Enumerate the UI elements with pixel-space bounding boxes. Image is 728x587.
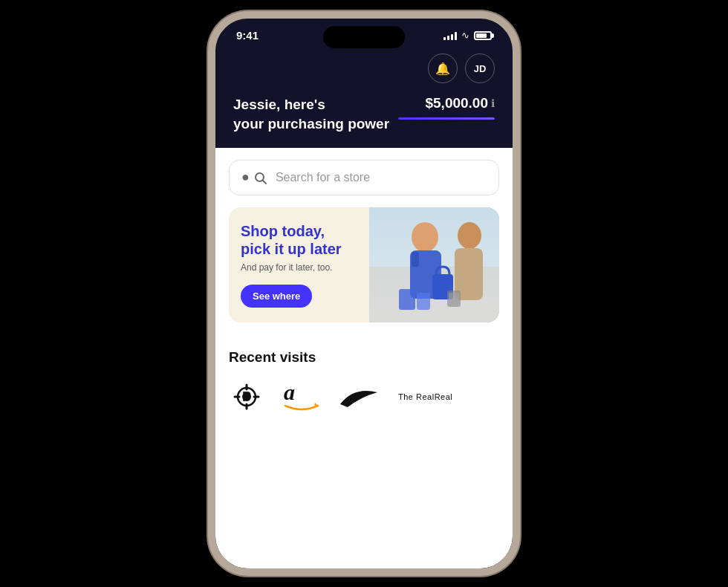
battery-fill (476, 33, 487, 38)
svg-rect-10 (399, 289, 415, 310)
recent-visits-section: Recent visits (215, 334, 513, 568)
promo-headline-line2: pick it up later (241, 241, 342, 257)
status-bar: 9:41 ∿ (215, 19, 513, 48)
amazon-icon: a (282, 380, 321, 413)
promo-headline-line1: Shop today, (241, 223, 325, 239)
search-section: ● Search for a store (215, 148, 513, 207)
header-section: 🔔 JD Jessie, here's your purchasing powe… (215, 48, 513, 148)
greeting-line2: your purchasing power (233, 114, 389, 134)
nike-icon (339, 383, 380, 410)
header-top-row: 🔔 JD (233, 53, 495, 83)
store-logo-amazon[interactable]: a (282, 380, 321, 413)
avatar-button[interactable]: JD (465, 53, 495, 83)
search-placeholder: Search for a store (276, 171, 370, 184)
promo-section: Shop today, pick it up later And pay for… (215, 207, 513, 334)
promo-banner: Shop today, pick it up later And pay for… (229, 207, 499, 322)
amount-text: $5,000.00 (425, 95, 488, 111)
svg-rect-11 (417, 293, 430, 310)
store-logo-peloton[interactable]: P (229, 379, 264, 415)
avatar-initials: JD (474, 63, 487, 74)
phone-device: 9:41 ∿ (208, 11, 520, 576)
promo-illustration (369, 207, 499, 322)
svg-text:a: a (284, 380, 295, 404)
peloton-icon: P (229, 379, 264, 415)
wifi-icon: ∿ (461, 30, 469, 41)
status-time: 9:41 (236, 29, 259, 42)
store-logo-nike[interactable] (339, 383, 380, 410)
progress-fill (398, 117, 495, 120)
svg-line-1 (262, 180, 266, 184)
dynamic-island (323, 26, 405, 48)
promo-subtext: And pay for it later, too. (241, 262, 357, 273)
signal-bars-icon (443, 31, 457, 40)
info-icon[interactable]: ℹ (491, 97, 495, 109)
greeting-line1: Jessie, here's (233, 95, 389, 114)
progress-bar (398, 117, 495, 120)
promo-image-inner (369, 207, 499, 322)
power-amount: $5,000.00 ℹ (425, 95, 495, 111)
svg-rect-13 (449, 293, 459, 302)
battery-icon (474, 31, 492, 40)
therealreal-text: The RealReal (398, 392, 452, 401)
phone-frame: 9:41 ∿ (208, 11, 520, 576)
store-logos-row: P a (229, 379, 499, 415)
bell-icon: 🔔 (435, 62, 450, 76)
promo-headline: Shop today, pick it up later (241, 222, 357, 258)
recent-visits-title: Recent visits (229, 349, 499, 366)
status-icons: ∿ (443, 30, 492, 41)
svg-rect-6 (412, 252, 419, 267)
svg-text:P: P (242, 389, 251, 404)
promo-image (369, 207, 499, 322)
see-where-button[interactable]: See where (241, 285, 312, 308)
search-bar[interactable]: ● Search for a store (229, 160, 499, 195)
store-logo-therealreal[interactable]: The RealReal (398, 392, 452, 401)
svg-point-7 (458, 222, 481, 249)
screen: 9:41 ∿ (215, 19, 513, 568)
search-icon: ● (241, 169, 268, 185)
greeting-text: Jessie, here's your purchasing power (233, 95, 389, 133)
notification-button[interactable]: 🔔 (428, 53, 458, 83)
promo-text-area: Shop today, pick it up later And pay for… (229, 207, 369, 322)
svg-point-4 (412, 222, 438, 252)
purchasing-power-section: $5,000.00 ℹ (398, 95, 495, 120)
greeting-row: Jessie, here's your purchasing power $5,… (233, 95, 495, 133)
main-content: ● Search for a store (215, 148, 513, 568)
